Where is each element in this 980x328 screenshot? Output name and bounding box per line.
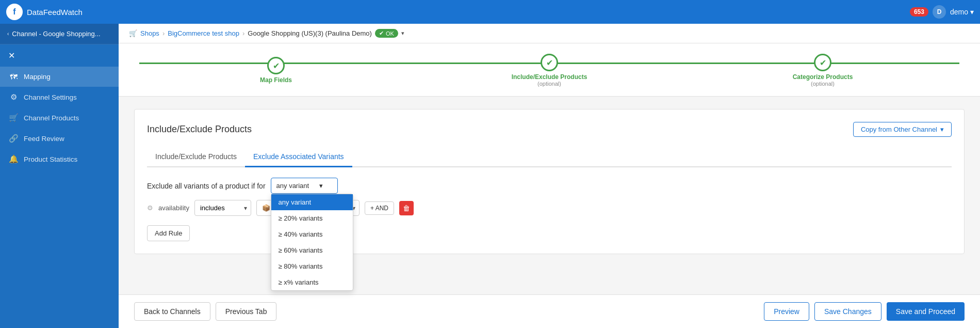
status-dropdown-icon[interactable]: ▾ <box>401 30 404 37</box>
top-bar: f DataFeedWatch 653 D demo ▾ <box>0 0 980 24</box>
step-sublabel-categorize: (optional) <box>811 81 835 87</box>
variant-option-xpct[interactable]: ≥ x% variants <box>271 274 353 290</box>
step-include-exclude: ✔ Include/Exclude Products (optional) <box>413 54 686 87</box>
step-label-include-exclude: Include/Exclude Products <box>512 73 587 81</box>
sidebar-collapse-icon[interactable]: ‹ <box>7 31 9 37</box>
status-label: OK <box>386 30 394 37</box>
variant-dropdown-arrow-icon: ▾ <box>319 182 323 190</box>
variant-option-any[interactable]: any variant <box>271 194 353 210</box>
step-sublabel-include-exclude: (optional) <box>537 81 561 87</box>
availability-icon: ⚙ <box>147 204 153 212</box>
includes-select[interactable]: includes excludes <box>194 200 251 216</box>
exclude-rule-row: Exclude all variants of a product if for… <box>147 178 952 194</box>
step-circle-map-fields: ✔ <box>267 57 285 74</box>
tab-exclude-variants[interactable]: Exclude Associated Variants <box>245 147 352 167</box>
sidebar-label-feed-review: Feed Review <box>24 135 64 143</box>
step-label-map-fields: Map Fields <box>260 76 292 84</box>
delete-rule-button[interactable]: 🗑 <box>399 201 414 215</box>
step-circle-include-exclude: ✔ <box>541 54 558 71</box>
step-circle-categorize: ✔ <box>814 54 831 71</box>
preview-button[interactable]: Preview <box>764 302 809 321</box>
exclude-rule-label: Exclude all variants of a product if for <box>147 182 266 190</box>
add-rule-label: Add Rule <box>155 229 182 237</box>
variant-dropdown[interactable]: any variant ▾ any variant ≥ 20% variants <box>271 178 338 194</box>
stats-icon: 🔔 <box>8 154 19 164</box>
breadcrumb: 🛒 Shops › BigCommerce test shop › Google… <box>119 24 980 43</box>
copy-btn-arrow-icon: ▾ <box>940 126 944 133</box>
and-label: + AND <box>370 205 388 212</box>
variant-option-40pct[interactable]: ≥ 40% variants <box>271 226 353 242</box>
breadcrumb-shop[interactable]: BigCommerce test shop <box>168 29 239 37</box>
save-and-proceed-button[interactable]: Save and Proceed <box>887 302 965 321</box>
tab-include-exclude[interactable]: Include/Exclude Products <box>147 147 245 167</box>
delete-icon: 🗑 <box>403 204 410 212</box>
sidebar-item-mapping[interactable]: 🗺 Mapping <box>0 67 119 87</box>
top-bar-right: 653 D demo ▾ <box>910 5 974 19</box>
variant-selected-value: any variant <box>276 182 309 190</box>
sidebar-channel-title: Channel - Google Shopping... <box>12 30 100 38</box>
feed-icon: 🔗 <box>8 134 19 143</box>
logo-icon: f <box>6 4 23 20</box>
includes-select-wrapper[interactable]: includes excludes <box>194 200 251 216</box>
sidebar-channel-header: ‹ Channel - Google Shopping... <box>0 24 119 44</box>
section-header: Include/Exclude Products Copy from Other… <box>147 122 952 137</box>
and-button[interactable]: + AND <box>365 201 394 215</box>
availability-label: availability <box>158 204 189 212</box>
sidebar-item-channel-settings[interactable]: ⚙ Channel Settings <box>0 87 119 107</box>
products-icon: 🛒 <box>8 113 19 122</box>
breadcrumb-shops[interactable]: Shops <box>140 29 159 37</box>
breadcrumb-sep-1: › <box>162 29 165 37</box>
logo-text: DataFeedWatch <box>27 8 83 17</box>
logo-area: f DataFeedWatch <box>6 4 83 20</box>
notification-badge: 653 <box>910 7 928 17</box>
step-map-fields: ✔ Map Fields <box>139 57 413 84</box>
main-card: Include/Exclude Products Copy from Other… <box>134 109 965 254</box>
sidebar-label-product-statistics: Product Statistics <box>24 155 77 163</box>
variant-option-20pct[interactable]: ≥ 20% variants <box>271 210 353 226</box>
footer-bar: Back to Channels Previous Tab Preview Sa… <box>119 294 980 328</box>
sidebar-label-mapping: Mapping <box>24 73 51 81</box>
progress-section: ✔ Map Fields ✔ Include/Exclude Products … <box>119 43 980 97</box>
sidebar-item-channel-products[interactable]: 🛒 Channel Products <box>0 107 119 128</box>
tabs: Include/Exclude Products Exclude Associa… <box>147 147 952 167</box>
step-label-categorize: Categorize Products <box>793 73 853 81</box>
content-area: Include/Exclude Products Copy from Other… <box>119 97 980 294</box>
copy-btn-label: Copy from Other Channel <box>861 126 937 133</box>
variant-dropdown-menu: any variant ≥ 20% variants ≥ 40% variant… <box>271 194 353 291</box>
back-to-channels-button[interactable]: Back to Channels <box>134 302 210 321</box>
sidebar-item-product-statistics[interactable]: 🔔 Product Statistics <box>0 149 119 169</box>
variant-select-box[interactable]: any variant ▾ <box>271 178 338 194</box>
availability-rule-row: ⚙ availability includes excludes 📦 out o… <box>147 200 952 216</box>
status-badge: ✔ OK <box>375 29 398 38</box>
sidebar-close-icon[interactable]: ✕ <box>0 44 119 67</box>
breadcrumb-sep-2: › <box>242 29 244 37</box>
main-area: 🛒 Shops › BigCommerce test shop › Google… <box>119 24 980 328</box>
settings-icon: ⚙ <box>8 92 19 102</box>
check-icon: ✔ <box>379 30 384 37</box>
user-menu[interactable]: demo ▾ <box>950 8 974 16</box>
variant-option-80pct[interactable]: ≥ 80% variants <box>271 258 353 274</box>
step-categorize: ✔ Categorize Products (optional) <box>686 54 959 87</box>
save-changes-button[interactable]: Save Changes <box>814 302 881 321</box>
footer-left: Back to Channels Previous Tab <box>134 302 276 321</box>
progress-track: ✔ Map Fields ✔ Include/Exclude Products … <box>139 54 959 87</box>
variant-option-60pct[interactable]: ≥ 60% variants <box>271 242 353 258</box>
breadcrumb-channel: Google Shopping (US)(3) (Paulina Demo) <box>248 29 372 37</box>
footer-right: Preview Save Changes Save and Proceed <box>764 302 965 321</box>
add-rule-button[interactable]: Add Rule <box>147 225 190 241</box>
sidebar-label-channel-products: Channel Products <box>24 114 79 122</box>
copy-from-channel-button[interactable]: Copy from Other Channel ▾ <box>853 122 952 137</box>
layout: ‹ Channel - Google Shopping... ✕ 🗺 Mappi… <box>0 24 980 328</box>
breadcrumb-cart-icon: 🛒 <box>129 29 137 37</box>
sidebar-item-feed-review[interactable]: 🔗 Feed Review <box>0 128 119 149</box>
avatar: D <box>933 5 946 19</box>
sidebar-label-channel-settings: Channel Settings <box>24 93 77 101</box>
mapping-icon: 🗺 <box>8 72 19 81</box>
previous-tab-button[interactable]: Previous Tab <box>216 302 277 321</box>
section-title: Include/Exclude Products <box>147 124 252 135</box>
sidebar: ‹ Channel - Google Shopping... ✕ 🗺 Mappi… <box>0 24 119 328</box>
